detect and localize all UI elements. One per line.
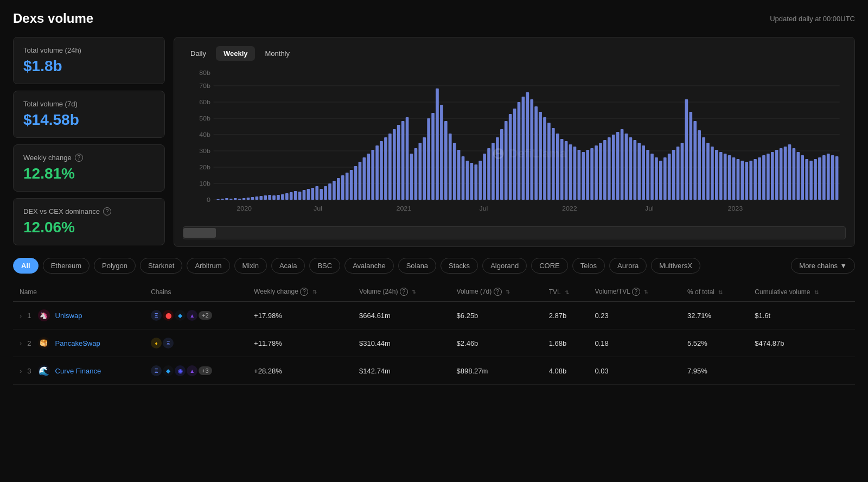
- pancakeswap-volume-7d: $2.46b: [450, 329, 542, 357]
- row-expand-curve[interactable]: ›: [20, 367, 22, 375]
- table-row: › 3 🌊 Curve Finance Ξ ◆ ◉ ▲ +3 +28.: [13, 357, 855, 385]
- pancakeswap-volume-24h: $310.44m: [353, 329, 450, 357]
- row-expand-pancakeswap[interactable]: ›: [20, 339, 22, 347]
- chain-btn-algorand[interactable]: Algorand: [482, 258, 527, 274]
- svg-rect-125: [650, 154, 654, 200]
- weekly-change-col-info[interactable]: ?: [300, 288, 308, 296]
- svg-rect-163: [814, 159, 817, 200]
- scrollbar-thumb[interactable]: [183, 228, 216, 238]
- svg-rect-108: [578, 150, 581, 200]
- svg-rect-70: [414, 148, 418, 200]
- stat-card-weekly-change: Weekly change ? 12.81%: [13, 144, 165, 192]
- matic-chain-icon: ▲: [187, 310, 197, 321]
- volume-24h-col-info[interactable]: ?: [400, 288, 408, 296]
- chain-btn-aurora[interactable]: Aurora: [609, 258, 647, 274]
- svg-text:Jul: Jul: [314, 205, 322, 212]
- chain-btn-solana[interactable]: Solana: [398, 258, 436, 274]
- chain-btn-multiversx[interactable]: MultiversX: [651, 258, 700, 274]
- chain-btn-avalanche[interactable]: Avalanche: [344, 258, 393, 274]
- svg-rect-148: [749, 161, 752, 200]
- svg-rect-115: [608, 137, 611, 200]
- curve-volume-tvl: 0.03: [588, 357, 681, 385]
- svg-rect-49: [324, 186, 327, 200]
- svg-rect-34: [259, 196, 263, 200]
- pancakeswap-link[interactable]: PancakeSwap: [55, 339, 100, 347]
- svg-text:2021: 2021: [396, 205, 411, 212]
- tab-weekly[interactable]: Weekly: [216, 46, 256, 61]
- uniswap-volume-7d: $6.25b: [450, 302, 542, 329]
- svg-rect-114: [603, 140, 607, 200]
- svg-rect-93: [513, 109, 516, 200]
- chain-btn-all[interactable]: All: [13, 258, 39, 274]
- dex-cex-info-icon[interactable]: ?: [103, 207, 111, 215]
- svg-rect-137: [702, 137, 705, 200]
- row-name-cell: › 2 🥞 PancakeSwap: [13, 329, 144, 357]
- row-expand-uniswap[interactable]: ›: [20, 312, 22, 320]
- volume-tvl-col-info[interactable]: ?: [632, 288, 640, 296]
- svg-rect-118: [621, 129, 624, 200]
- svg-rect-110: [586, 150, 589, 200]
- uniswap-link[interactable]: Uniswap: [55, 312, 82, 320]
- col-volume-24h[interactable]: Volume (24h) ? ⇅: [353, 282, 450, 302]
- svg-rect-103: [556, 134, 559, 200]
- svg-rect-120: [629, 137, 633, 200]
- svg-rect-88: [492, 143, 495, 200]
- curve-weekly-change: +28.28%: [247, 357, 353, 385]
- avax-chain-icon: ▲: [187, 365, 197, 376]
- svg-rect-81: [462, 156, 465, 200]
- stat-value-weekly-change: 12.81%: [23, 165, 155, 182]
- svg-rect-56: [354, 166, 358, 200]
- col-volume-tvl[interactable]: Volume/TVL ? ⇅: [588, 282, 681, 302]
- col-volume-7d[interactable]: Volume (7d) ? ⇅: [450, 282, 542, 302]
- col-tvl[interactable]: TVL ⇅: [542, 282, 589, 302]
- col-weekly-change[interactable]: Weekly change ? ⇅: [247, 282, 353, 302]
- weekly-change-info-icon[interactable]: ?: [75, 154, 83, 162]
- svg-rect-144: [732, 157, 736, 200]
- chart-scrollbar[interactable]: [183, 226, 846, 239]
- svg-rect-146: [741, 161, 744, 200]
- chain-btn-telos[interactable]: Telos: [572, 258, 605, 274]
- chain-btn-starknet[interactable]: Starknet: [140, 258, 182, 274]
- chain-btn-core[interactable]: CORE: [531, 258, 568, 274]
- svg-rect-136: [698, 130, 701, 200]
- svg-rect-36: [268, 195, 271, 200]
- svg-rect-149: [754, 159, 757, 200]
- svg-rect-86: [483, 154, 486, 200]
- chain-btn-stacks[interactable]: Stacks: [441, 258, 478, 274]
- table-row: › 1 🦄 Uniswap Ξ ⬤ ◆ ▲ +2 +17.98%: [13, 302, 855, 329]
- col-cumulative[interactable]: Cumulative volume ⇅: [748, 282, 855, 302]
- svg-rect-138: [706, 143, 710, 200]
- svg-rect-166: [827, 154, 830, 200]
- pancakeswap-tvl: 1.68b: [542, 329, 589, 357]
- curve-link[interactable]: Curve Finance: [55, 367, 101, 375]
- eth-chain-icon3: Ξ: [151, 365, 162, 376]
- tab-monthly[interactable]: Monthly: [257, 46, 297, 61]
- chain-btn-arbitrum[interactable]: Arbitrum: [187, 258, 229, 274]
- row-rank-curve: 3: [27, 367, 31, 375]
- tab-daily[interactable]: Daily: [183, 46, 214, 61]
- page-title: Dexs volume: [13, 11, 93, 26]
- chain-btn-mixin[interactable]: Mixin: [234, 258, 267, 274]
- more-chains-button[interactable]: More chains ▼: [791, 258, 855, 274]
- chain-btn-ethereum[interactable]: Ethereum: [43, 258, 90, 274]
- chain-btn-acala[interactable]: Acala: [271, 258, 305, 274]
- volume-7d-col-info[interactable]: ?: [494, 288, 502, 296]
- svg-rect-84: [474, 164, 477, 200]
- chain-icon-x: ◉: [175, 365, 186, 376]
- volume-tvl-sort-icon: ⇅: [644, 289, 648, 295]
- chain-btn-polygon[interactable]: Polygon: [94, 258, 136, 274]
- svg-rect-61: [375, 145, 379, 200]
- svg-text:40b: 40b: [199, 131, 210, 138]
- svg-rect-168: [835, 156, 839, 200]
- svg-rect-43: [298, 192, 302, 200]
- col-pct-total[interactable]: % of total ⇅: [681, 282, 748, 302]
- row-rank-uniswap: 1: [27, 312, 31, 320]
- svg-rect-55: [350, 170, 353, 200]
- svg-rect-99: [539, 112, 542, 200]
- svg-rect-107: [573, 147, 577, 200]
- svg-text:50b: 50b: [199, 115, 210, 122]
- svg-rect-130: [672, 150, 675, 200]
- svg-text:10b: 10b: [199, 180, 210, 187]
- chain-btn-bsc[interactable]: BSC: [309, 258, 340, 274]
- svg-rect-65: [393, 129, 396, 200]
